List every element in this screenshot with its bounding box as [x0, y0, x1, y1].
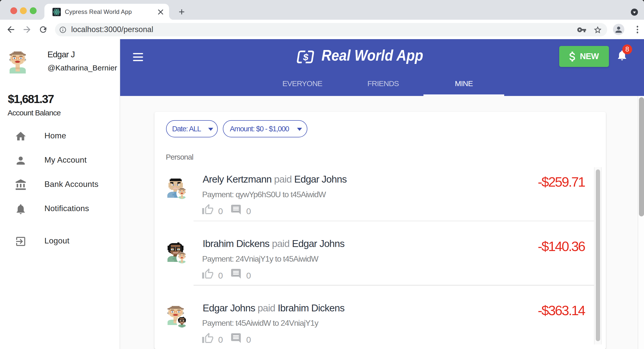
svg-text:$: $ — [302, 52, 309, 62]
